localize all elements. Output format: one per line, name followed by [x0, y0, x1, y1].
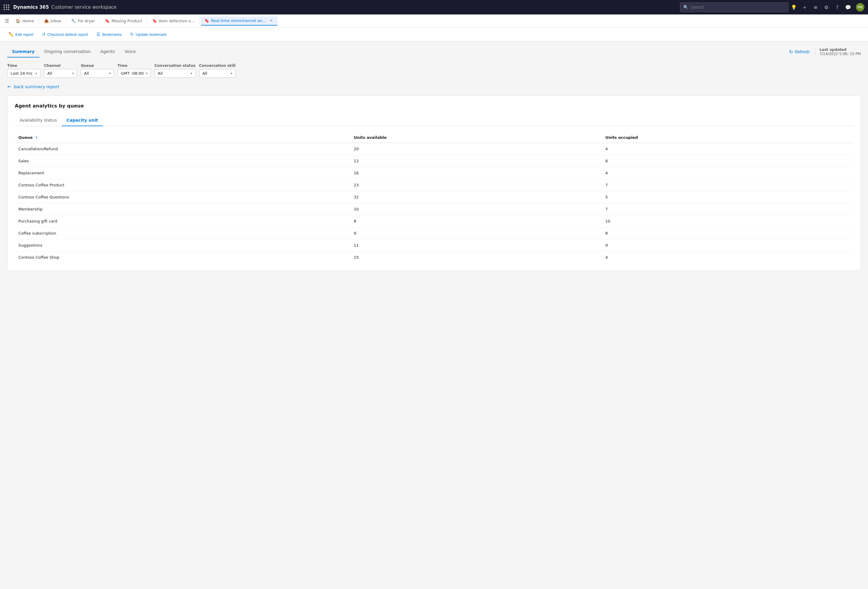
- table-row: Cancellation/Refund204: [15, 143, 853, 155]
- table-row: Contoso Coffee Product237: [15, 179, 853, 191]
- filter-channel: Channel All ▾: [44, 63, 77, 78]
- app-name: Dynamics 365: [13, 4, 49, 10]
- search-input[interactable]: [691, 5, 785, 10]
- filter-channel-select[interactable]: All ▾: [44, 69, 77, 78]
- refresh-section: ↻ Refresh Last updated 7/14/2022 5:08: 1…: [787, 47, 861, 57]
- filter-time2: Time GMT -08:00 ▾: [118, 63, 151, 78]
- main-content: Summary Ongoing conversation Agents Voic…: [0, 41, 868, 588]
- capacity-table: Queue ↑ Units available Units occupied C…: [15, 132, 853, 263]
- tab-inbox[interactable]: 📥 Inbox: [40, 17, 65, 25]
- cell-units-occupied: 4: [602, 167, 853, 179]
- cell-queue: Cancellation/Refund: [15, 143, 350, 155]
- filters-row: Time Last 24 hrs ▾ Channel All ▾ Queue A…: [7, 63, 861, 78]
- chevron-down-icon-2: ▾: [72, 72, 74, 75]
- agent-analytics-card: Agent analytics by queue Availability st…: [7, 96, 861, 271]
- cell-units-occupied: 9: [602, 239, 853, 252]
- plus-icon[interactable]: ＋: [802, 4, 808, 10]
- cell-units-available: 8: [350, 215, 602, 227]
- col-header-units-available: Units available: [350, 132, 602, 143]
- search-icon: 🔍: [683, 5, 688, 10]
- pencil-icon: ✏️: [9, 32, 13, 37]
- refresh-button[interactable]: ↻ Refresh: [787, 47, 812, 57]
- filter-time1-select[interactable]: Last 24 hrs ▾: [7, 69, 40, 78]
- cell-units-occupied: 10: [602, 215, 853, 227]
- table-row: Suggestions119: [15, 239, 853, 252]
- inner-tabs: Availability status Capacity unit: [15, 115, 853, 126]
- filter-queue-select[interactable]: All ▾: [81, 69, 114, 78]
- chevron-down-icon-5: ▾: [190, 72, 192, 75]
- grid-icon[interactable]: [4, 4, 10, 10]
- chevron-down-icon-3: ▾: [109, 72, 111, 75]
- cell-units-available: 23: [350, 179, 602, 191]
- lightbulb-icon[interactable]: 💡: [791, 4, 797, 10]
- tab-agents[interactable]: Agents: [96, 46, 120, 57]
- tab-ongoing-conversation[interactable]: Ongoing conversation: [40, 46, 96, 57]
- col-header-queue: Queue ↑: [15, 132, 350, 143]
- table-row: Contoso Coffee Questions325: [15, 191, 853, 203]
- filter-conv-skill: Conversation skill All ▾: [199, 63, 236, 78]
- tab-summary[interactable]: Summary: [7, 46, 40, 57]
- cell-queue: Sales: [15, 155, 350, 167]
- tab-home[interactable]: 🏠 Home: [12, 17, 37, 25]
- filter-time2-select[interactable]: GMT -08:00 ▾: [118, 69, 151, 78]
- cell-units-available: 20: [350, 143, 602, 155]
- col-header-units-occupied: Units occupied: [602, 132, 853, 143]
- inbox-icon: 📥: [44, 19, 49, 23]
- tab-bar: ☰ 🏠 Home 📥 Inbox 🔧 Fix dryer 🔖 Missing P…: [0, 15, 868, 28]
- cell-queue: Contoso Coffee Product: [15, 179, 350, 191]
- last-updated-info: Last updated 7/14/2022 5:08: 15 PM: [816, 47, 861, 56]
- search-bar[interactable]: 🔍: [680, 2, 788, 12]
- cell-queue: Contoso Coffee Shop: [15, 252, 350, 264]
- cell-units-available: 11: [350, 239, 602, 252]
- edit-report-button[interactable]: ✏️ Edit report: [5, 30, 37, 38]
- bookmarks-button[interactable]: ☰ Bookmarks: [93, 30, 125, 38]
- sort-icon-queue[interactable]: ↑: [35, 136, 38, 140]
- toolbar: ✏️ Edit report ↺ Checkout default report…: [0, 28, 868, 41]
- table-row: Coffee subscription98: [15, 227, 853, 239]
- panels-icon[interactable]: ≡: [813, 4, 819, 10]
- hamburger-button[interactable]: ☰: [2, 16, 12, 26]
- cell-units-available: 15: [350, 252, 602, 264]
- table-row: Contoso Coffee Shop154: [15, 252, 853, 264]
- cell-units-available: 9: [350, 227, 602, 239]
- tag-icon-1: 🔖: [105, 19, 110, 23]
- cell-queue: Coffee subscription: [15, 227, 350, 239]
- card-title: Agent analytics by queue: [15, 103, 853, 109]
- refresh-icon: ↻: [789, 49, 793, 55]
- cell-units-occupied: 8: [602, 155, 853, 167]
- filter-conv-skill-select[interactable]: All ▾: [199, 69, 236, 78]
- update-bookmark-button[interactable]: ↻ Update bookmark: [127, 30, 170, 38]
- tab-item-defective[interactable]: 🔖 Item defective o...: [149, 17, 198, 25]
- top-nav-right: 💡 ＋ ≡ ⚙ ? 💬 MK: [791, 3, 864, 12]
- tab-close-button[interactable]: ✕: [269, 18, 274, 23]
- tab-divider-5: [199, 18, 199, 24]
- tag-icon-2: 🔖: [152, 19, 157, 23]
- tab-missing-product[interactable]: 🔖 Missing Product: [101, 17, 146, 25]
- tab-divider-2: [66, 18, 66, 24]
- tab-voice[interactable]: Voice: [120, 46, 140, 57]
- sync-icon: ↻: [130, 32, 134, 37]
- chevron-down-icon: ▾: [35, 72, 37, 75]
- list-icon: ☰: [96, 32, 100, 37]
- chat-icon[interactable]: 💬: [845, 4, 851, 10]
- tab-realtime[interactable]: 🔖 Real time omnichannel an... ✕: [201, 16, 277, 26]
- cell-units-occupied: 7: [602, 179, 853, 191]
- checkout-default-report-button[interactable]: ↺ Checkout default report: [38, 30, 92, 38]
- back-summary-link[interactable]: ← back summary report: [7, 84, 861, 90]
- filter-conv-status: Conversation status All ▾: [155, 63, 196, 78]
- app-subtitle: Customer service workspace: [51, 4, 116, 10]
- tab-divider-4: [147, 18, 148, 24]
- table-row: Purchasing gift card810: [15, 215, 853, 227]
- inner-tab-availability[interactable]: Availability status: [15, 115, 62, 126]
- chevron-down-icon-4: ▾: [146, 72, 148, 75]
- tab-fix-dryer[interactable]: 🔧 Fix dryer: [68, 17, 99, 25]
- refresh-circle-icon: ↺: [42, 32, 46, 37]
- filter-queue: Queue All ▾: [81, 63, 114, 78]
- user-avatar[interactable]: MK: [856, 3, 864, 12]
- cell-units-available: 12: [350, 155, 602, 167]
- inner-tab-capacity[interactable]: Capacity unit: [62, 115, 103, 126]
- help-icon[interactable]: ?: [834, 4, 840, 10]
- report-tabs-left: Summary Ongoing conversation Agents Voic…: [7, 46, 141, 57]
- filter-conv-status-select[interactable]: All ▾: [155, 69, 196, 78]
- settings-icon[interactable]: ⚙: [824, 4, 830, 10]
